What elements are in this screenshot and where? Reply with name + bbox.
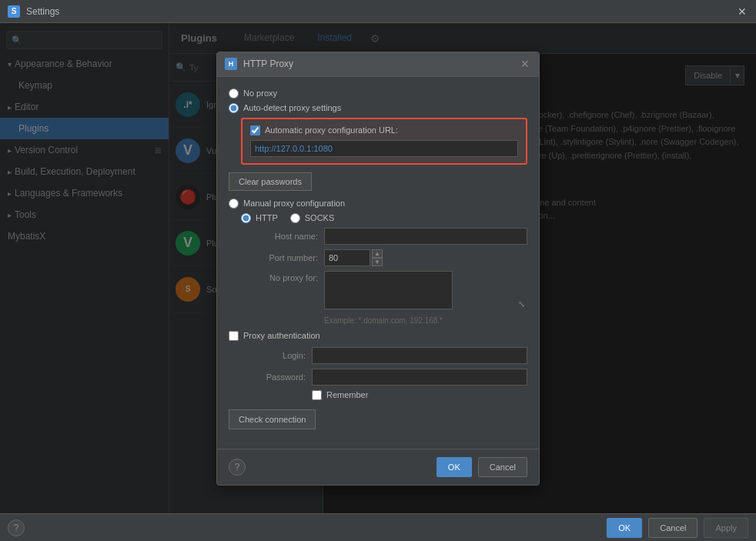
password-row: Password: xyxy=(229,369,527,386)
help-button[interactable]: ? xyxy=(8,519,25,536)
expand-icon[interactable]: ⤡ xyxy=(518,299,525,309)
manual-proxy-option: Manual proxy configuration xyxy=(229,199,527,209)
ok-button[interactable]: OK xyxy=(607,518,642,538)
port-decrement-button[interactable]: ▼ xyxy=(372,258,383,266)
login-input[interactable] xyxy=(312,347,527,364)
dialog-help-button[interactable]: ? xyxy=(229,459,246,476)
host-name-input[interactable] xyxy=(324,228,527,245)
no-proxy-for-row: No proxy for: ⤡ xyxy=(241,271,527,312)
no-proxy-for-label: No proxy for: xyxy=(241,271,318,282)
dialog-title: HTTP Proxy xyxy=(243,58,519,69)
remember-checkbox[interactable] xyxy=(312,390,322,400)
no-proxy-for-input[interactable] xyxy=(324,271,453,309)
remember-label: Remember xyxy=(326,390,368,399)
proxy-auth-checkbox[interactable] xyxy=(229,331,239,341)
no-proxy-option: No proxy xyxy=(229,88,527,99)
manual-proxy-settings: HTTP SOCKS Host name: Port number: ▲ ▼ xyxy=(241,213,527,325)
window-title: Settings xyxy=(26,6,736,17)
port-number-label: Port number: xyxy=(241,253,318,262)
auto-proxy-url-checkbox-label: Automatic proxy configuration URL: xyxy=(265,125,398,135)
no-proxy-for-container: ⤡ xyxy=(324,271,527,312)
login-row: Login: xyxy=(229,347,527,364)
http-label: HTTP xyxy=(256,213,278,222)
port-number-input[interactable] xyxy=(324,249,370,266)
bottom-bar: ? OK Cancel Apply xyxy=(0,513,756,541)
login-label: Login: xyxy=(229,351,306,360)
http-proxy-dialog: H HTTP Proxy ✕ No proxy Auto-detect prox… xyxy=(216,52,540,486)
port-increment-button[interactable]: ▲ xyxy=(372,249,383,258)
dialog-icon: H xyxy=(225,58,237,70)
close-button[interactable]: ✕ xyxy=(736,5,748,18)
proxy-url-input[interactable] xyxy=(250,140,518,157)
manual-proxy-radio[interactable] xyxy=(229,199,239,209)
dialog-body: No proxy Auto-detect proxy settings Auto… xyxy=(217,77,539,449)
dialog-footer: ? OK Cancel xyxy=(217,449,539,485)
url-input-row xyxy=(250,140,518,157)
auto-proxy-url-checkbox[interactable] xyxy=(250,125,260,135)
no-proxy-radio[interactable] xyxy=(229,88,239,99)
http-socks-row: HTTP SOCKS xyxy=(241,213,527,223)
no-proxy-label: No proxy xyxy=(243,88,277,98)
password-label: Password: xyxy=(229,372,306,382)
auto-detect-label: Auto-detect proxy settings xyxy=(243,103,341,112)
host-name-label: Host name: xyxy=(241,232,318,241)
bottom-help: ? xyxy=(8,519,25,536)
auto-proxy-url-row: Automatic proxy configuration URL: xyxy=(250,125,518,135)
proxy-auth-row: Proxy authentication xyxy=(229,331,527,341)
modal-overlay: H HTTP Proxy ✕ No proxy Auto-detect prox… xyxy=(0,23,756,513)
dialog-close-button[interactable]: ✕ xyxy=(519,58,531,70)
clear-passwords-button[interactable]: Clear passwords xyxy=(229,172,312,191)
dialog-actions: OK Cancel xyxy=(437,457,527,477)
password-input[interactable] xyxy=(312,369,527,386)
port-spinner: ▲ ▼ xyxy=(372,249,383,266)
dialog-ok-button[interactable]: OK xyxy=(437,457,472,477)
auto-detect-settings-box: Automatic proxy configuration URL: xyxy=(241,118,527,165)
example-text: Example: *.domain.com, 192.168.* xyxy=(324,316,527,325)
proxy-auth-label: Proxy authentication xyxy=(243,331,320,340)
dialog-cancel-button[interactable]: Cancel xyxy=(478,457,527,477)
socks-radio[interactable] xyxy=(290,213,300,223)
host-name-row: Host name: xyxy=(241,228,527,245)
cancel-button[interactable]: Cancel xyxy=(648,518,697,538)
auto-detect-option: Auto-detect proxy settings xyxy=(229,103,527,113)
apply-button[interactable]: Apply xyxy=(704,518,748,538)
app-icon: S xyxy=(8,5,20,18)
manual-proxy-label: Manual proxy configuration xyxy=(243,199,345,208)
http-radio[interactable] xyxy=(241,213,251,223)
title-bar: S Settings ✕ xyxy=(0,0,756,23)
port-number-row: Port number: ▲ ▼ xyxy=(241,249,527,266)
auto-detect-radio[interactable] xyxy=(229,103,239,113)
socks-label: SOCKS xyxy=(305,213,335,222)
dialog-header: H HTTP Proxy ✕ xyxy=(217,52,539,77)
remember-row: Remember xyxy=(312,390,527,400)
check-connection-button[interactable]: Check connection xyxy=(229,409,316,429)
